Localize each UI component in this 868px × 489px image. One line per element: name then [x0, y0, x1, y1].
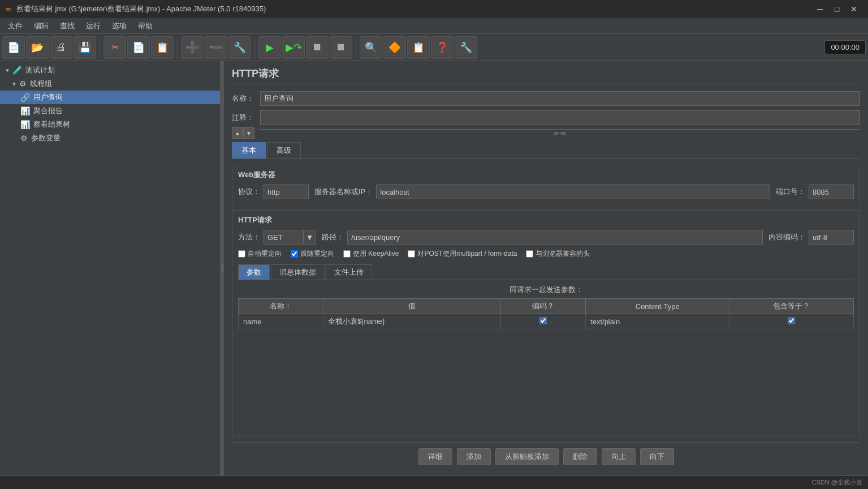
- start-no-pause-button[interactable]: ▶↷: [282, 36, 305, 59]
- copy-button[interactable]: 📄: [127, 36, 150, 59]
- menu-find[interactable]: 查找: [54, 19, 80, 33]
- protocol-field: 协议：: [238, 185, 309, 199]
- app-icon: ✏: [6, 5, 12, 14]
- protocol-label: 协议：: [238, 187, 260, 197]
- server-input[interactable]: [376, 185, 770, 199]
- tab-basic[interactable]: 基本: [232, 142, 266, 158]
- follow-redirect-input[interactable]: [291, 250, 298, 258]
- toolbar-separator-1: [100, 37, 100, 58]
- expand-button[interactable]: ▼: [243, 127, 254, 139]
- help-button[interactable]: ❓: [431, 36, 454, 59]
- view-button[interactable]: 📋: [407, 36, 430, 59]
- encoded-checkbox[interactable]: [539, 317, 547, 324]
- notes-input[interactable]: [260, 110, 860, 125]
- table-empty-area: [238, 329, 854, 431]
- add-param-button[interactable]: 添加: [457, 448, 491, 465]
- browser-compat-input[interactable]: [526, 250, 533, 258]
- param-name: name: [239, 314, 323, 329]
- table-row[interactable]: name 全栈小袁${name} text/plain: [239, 314, 854, 329]
- menu-edit[interactable]: 编辑: [28, 19, 54, 33]
- add-clipboard-button[interactable]: 从剪贴板添加: [495, 448, 559, 465]
- path-input[interactable]: [347, 230, 763, 244]
- col-content-type: Content-Type: [586, 299, 729, 314]
- param-content-type: text/plain: [586, 314, 729, 329]
- protocol-input[interactable]: [264, 185, 309, 199]
- tree-item-aggregate-report[interactable]: 📊 聚合报告: [0, 104, 220, 118]
- menu-options[interactable]: 选项: [106, 19, 132, 33]
- param-value: 全栈小袁${name}: [323, 314, 500, 329]
- clear-button[interactable]: 🔶: [383, 36, 406, 59]
- save-as-button[interactable]: 🖨: [50, 36, 72, 59]
- timer-display: 00:00:00: [824, 40, 866, 54]
- menu-help[interactable]: 帮助: [132, 19, 158, 33]
- notes-label: 注释：: [232, 113, 260, 123]
- tree-label-aggregate: 聚合报告: [33, 106, 63, 116]
- port-label: 端口号：: [776, 187, 805, 197]
- menu-file[interactable]: 文件: [2, 19, 28, 33]
- tree-item-thread-group[interactable]: ▼ ⚙ 线程组: [0, 77, 220, 91]
- sub-tab-params[interactable]: 参数: [238, 264, 270, 280]
- collapse-button[interactable]: ▲: [232, 127, 243, 139]
- move-up-button[interactable]: 向上: [602, 448, 636, 465]
- thread-group-icon: ⚙: [19, 79, 27, 88]
- tree-item-test-plan[interactable]: ▼ 🧪 测试计划: [0, 63, 220, 77]
- encoding-field: 内容编码：: [768, 230, 854, 244]
- status-right: CSDN @全栈小袁: [812, 478, 862, 487]
- tree-label-results: 察看结果树: [33, 119, 70, 130]
- save-button[interactable]: 💾: [74, 36, 96, 59]
- sub-tab-files[interactable]: 文件上传: [326, 264, 372, 280]
- col-encoded: 编码？: [501, 299, 586, 314]
- web-server-title: Web服务器: [238, 170, 854, 180]
- keepalive-checkbox[interactable]: 使用 KeepAlive: [343, 249, 399, 259]
- shutdown-button[interactable]: ⏹: [330, 36, 352, 59]
- remove-button[interactable]: ➖: [205, 36, 227, 59]
- auto-redirect-checkbox[interactable]: 自动重定向: [238, 249, 282, 259]
- name-input[interactable]: [260, 91, 860, 106]
- open-button[interactable]: 📂: [26, 36, 49, 59]
- params-icon: ⚙: [20, 134, 28, 143]
- tab-advanced[interactable]: 高级: [267, 142, 301, 158]
- multipart-checkbox[interactable]: 对POST使用multipart / form-data: [408, 249, 517, 259]
- web-server-section: Web服务器 协议： 服务器名称或IP： 端口号：: [232, 165, 860, 204]
- toggle-button[interactable]: 🔧: [228, 36, 251, 59]
- tree-item-params[interactable]: ⚙ 参数变量: [0, 131, 220, 145]
- remote-button[interactable]: 🔧: [455, 36, 477, 59]
- tree-item-view-results[interactable]: 📊 察看结果树: [0, 118, 220, 131]
- new-button[interactable]: 📄: [2, 36, 25, 59]
- search-button[interactable]: 🔍: [360, 36, 382, 59]
- stop-button[interactable]: ⏹: [306, 36, 329, 59]
- sub-tab-body[interactable]: 消息体数据: [271, 264, 325, 280]
- add-button[interactable]: ➕: [181, 36, 204, 59]
- auto-redirect-input[interactable]: [238, 250, 245, 258]
- tree-item-user-query[interactable]: 🔗 用户查询: [0, 91, 220, 104]
- param-encoded: [501, 314, 586, 329]
- checkbox-row: 自动重定向 跟随重定向 使用 KeepAlive 对POST使用multipar…: [238, 249, 854, 259]
- http-request-section: HTTP请求 方法： ▼ 路径： 内容编码：: [232, 210, 860, 436]
- tree-label-user-query: 用户查询: [33, 92, 63, 102]
- detail-button[interactable]: 详细: [418, 448, 452, 465]
- restore-button[interactable]: □: [828, 0, 845, 18]
- port-input[interactable]: [809, 185, 854, 199]
- separator: ≫≪: [259, 129, 860, 137]
- include-checkbox[interactable]: [788, 317, 795, 324]
- sub-tabs: 参数 消息体数据 文件上传: [238, 264, 854, 280]
- method-input[interactable]: [264, 230, 303, 244]
- minimize-button[interactable]: ─: [811, 0, 828, 18]
- browser-compat-label: 与浏览器兼容的头: [536, 249, 590, 259]
- delete-button[interactable]: 删除: [563, 448, 597, 465]
- multipart-input[interactable]: [408, 250, 415, 258]
- paste-button[interactable]: 📋: [151, 36, 174, 59]
- encoding-input[interactable]: [809, 230, 854, 244]
- follow-redirect-checkbox[interactable]: 跟随重定向: [291, 249, 334, 259]
- encoding-label: 内容编码：: [768, 232, 805, 242]
- close-button[interactable]: ✕: [845, 0, 862, 18]
- method-dropdown[interactable]: ▼: [303, 230, 316, 244]
- toolbar-separator-3: [254, 37, 255, 58]
- move-down-button[interactable]: 向下: [640, 448, 674, 465]
- start-button[interactable]: ▶: [258, 36, 281, 59]
- window-controls: ─ □ ✕: [811, 0, 862, 18]
- cut-button[interactable]: ✂: [103, 36, 126, 59]
- menu-run[interactable]: 运行: [80, 19, 106, 33]
- keepalive-input[interactable]: [343, 250, 351, 258]
- browser-compat-checkbox[interactable]: 与浏览器兼容的头: [526, 249, 590, 259]
